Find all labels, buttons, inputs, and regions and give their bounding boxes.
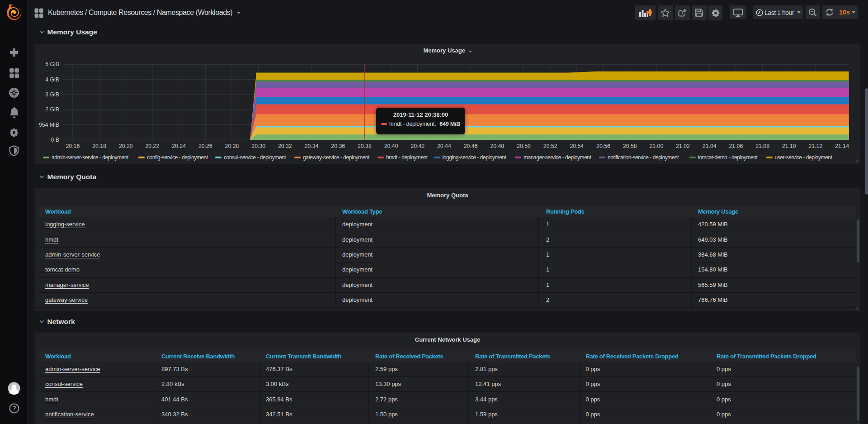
svg-text:?: ? [12, 405, 16, 412]
